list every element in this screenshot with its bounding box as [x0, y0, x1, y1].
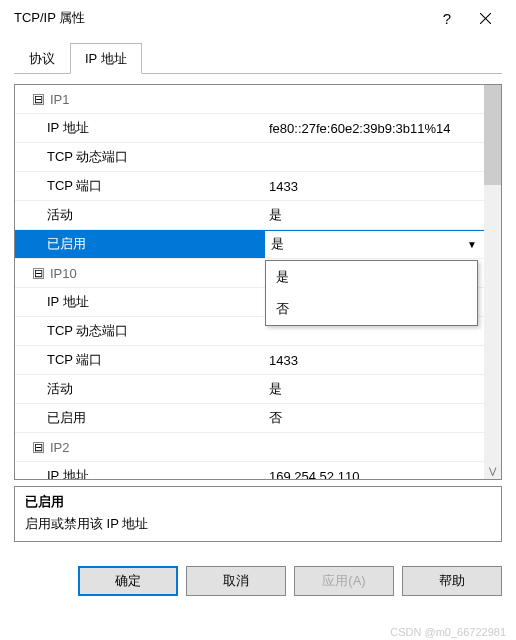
- info-panel-desc: 启用或禁用该 IP 地址: [25, 515, 491, 533]
- info-panel-title: 已启用: [25, 493, 491, 511]
- grid-value: 是: [269, 235, 460, 253]
- apply-button[interactable]: 应用(A): [294, 566, 394, 596]
- grid-row[interactable]: 活动是: [15, 201, 484, 230]
- grid-value: 是: [265, 380, 484, 398]
- grid-label: 已启用: [15, 409, 265, 427]
- grid-label: TCP 动态端口: [15, 322, 265, 340]
- section-name: IP1: [50, 92, 70, 107]
- grid-label: 已启用: [15, 235, 265, 253]
- property-grid: ⊟ IP1 IP 地址fe80::27fe:60e2:39b9:3b11%14 …: [14, 84, 502, 480]
- tab-protocol[interactable]: 协议: [14, 43, 70, 74]
- grid-label: IP 地址: [15, 467, 265, 479]
- section-header-ip2[interactable]: ⊟ IP2: [15, 433, 484, 462]
- grid-row[interactable]: 已启用否: [15, 404, 484, 433]
- dialog-buttons: 确定 取消 应用(A) 帮助: [0, 554, 516, 608]
- grid-value: 1433: [265, 353, 484, 368]
- help-button[interactable]: ?: [428, 4, 466, 32]
- scroll-down-button[interactable]: ⋁: [484, 462, 501, 479]
- grid-label: IP 地址: [15, 119, 265, 137]
- grid-label: TCP 端口: [15, 177, 265, 195]
- collapse-icon[interactable]: ⊟: [33, 94, 44, 105]
- tab-ip[interactable]: IP 地址: [70, 43, 142, 74]
- grid-value: fe80::27fe:60e2:39b9:3b11%14: [265, 121, 484, 136]
- collapse-icon[interactable]: ⊟: [33, 442, 44, 453]
- section-name: IP10: [50, 266, 77, 281]
- close-button[interactable]: [466, 4, 504, 32]
- grid-row[interactable]: IP 地址169.254.52.110: [15, 462, 484, 479]
- grid-row[interactable]: TCP 端口1433: [15, 346, 484, 375]
- collapse-icon[interactable]: ⊟: [33, 268, 44, 279]
- grid-row-selected[interactable]: 已启用 是 ▼: [15, 230, 484, 259]
- grid-row[interactable]: TCP 端口1433: [15, 172, 484, 201]
- grid-row[interactable]: TCP 动态端口: [15, 143, 484, 172]
- grid-label: TCP 动态端口: [15, 148, 265, 166]
- vertical-scrollbar[interactable]: ⋁: [484, 85, 501, 479]
- ok-button[interactable]: 确定: [78, 566, 178, 596]
- scroll-thumb[interactable]: [484, 85, 501, 185]
- section-header-ip1[interactable]: ⊟ IP1: [15, 85, 484, 114]
- watermark: CSDN @m0_66722981: [390, 626, 506, 638]
- info-panel: 已启用 启用或禁用该 IP 地址: [14, 486, 502, 542]
- dropdown-option-yes[interactable]: 是: [266, 261, 477, 293]
- window-title: TCP/IP 属性: [14, 9, 428, 27]
- grid-label: IP 地址: [15, 293, 265, 311]
- titlebar: TCP/IP 属性 ?: [0, 0, 516, 36]
- help-button[interactable]: 帮助: [402, 566, 502, 596]
- grid-label: 活动: [15, 380, 265, 398]
- grid-value: 否: [265, 409, 484, 427]
- grid-label: 活动: [15, 206, 265, 224]
- section-name: IP2: [50, 440, 70, 455]
- grid-label: TCP 端口: [15, 351, 265, 369]
- grid-value: 169.254.52.110: [265, 469, 484, 480]
- grid-value: 是: [265, 206, 484, 224]
- tab-strip: 协议 IP 地址: [14, 42, 502, 74]
- grid-value: 1433: [265, 179, 484, 194]
- cancel-button[interactable]: 取消: [186, 566, 286, 596]
- grid-row[interactable]: IP 地址fe80::27fe:60e2:39b9:3b11%14: [15, 114, 484, 143]
- grid-row[interactable]: 活动是: [15, 375, 484, 404]
- dialog-content: 协议 IP 地址 ⊟ IP1 IP 地址fe80::27fe:60e2:39b9…: [0, 36, 516, 554]
- dropdown-option-no[interactable]: 否: [266, 293, 477, 325]
- dropdown-menu: 是 否: [265, 260, 478, 326]
- dropdown-arrow-icon[interactable]: ▼: [460, 231, 484, 257]
- close-icon: [480, 13, 491, 24]
